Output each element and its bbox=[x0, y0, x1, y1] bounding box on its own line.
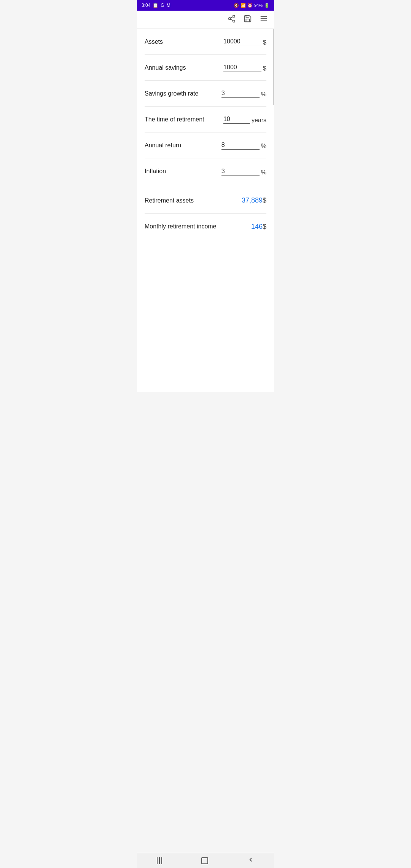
gmail-icon: M bbox=[167, 3, 170, 8]
retirement-assets-value-group: 37,889 $ bbox=[242, 196, 266, 204]
form-section: Assets $ Annual savings $ Savings growth… bbox=[137, 29, 274, 184]
svg-point-1 bbox=[229, 18, 231, 20]
google-icon: G bbox=[161, 3, 164, 8]
section-divider bbox=[137, 186, 274, 186]
assets-input[interactable] bbox=[223, 37, 261, 46]
annual-savings-input-group: $ bbox=[213, 63, 266, 72]
mute-icon: 🔇 bbox=[234, 3, 239, 8]
svg-point-2 bbox=[233, 20, 235, 22]
retirement-time-label: The time of retirement bbox=[145, 116, 213, 123]
monthly-income-value-group: 146 $ bbox=[251, 223, 266, 231]
retirement-time-input-group: years bbox=[213, 115, 266, 124]
monthly-income-label: Monthly retirement income bbox=[145, 223, 217, 230]
retirement-assets-number: 37,889 bbox=[242, 196, 263, 204]
annual-savings-input[interactable] bbox=[223, 63, 261, 72]
results-section: Retirement assets 37,889 $ Monthly retir… bbox=[137, 188, 274, 239]
assets-row: Assets $ bbox=[145, 29, 266, 55]
retirement-time-row: The time of retirement years bbox=[145, 107, 266, 132]
retirement-time-input[interactable] bbox=[223, 115, 250, 124]
annual-savings-label: Annual savings bbox=[145, 64, 213, 71]
wifi-icon: 📶 bbox=[241, 3, 246, 8]
inflation-input-group: % bbox=[213, 167, 266, 176]
scroll-indicator bbox=[273, 29, 274, 105]
annual-return-input-group: % bbox=[213, 141, 266, 150]
savings-growth-rate-label: Savings growth rate bbox=[145, 90, 213, 97]
savings-growth-rate-input-group: % bbox=[213, 89, 266, 98]
svg-line-3 bbox=[231, 19, 233, 21]
status-time: 3:04 bbox=[142, 3, 150, 8]
status-left: 3:04 📋 G M bbox=[142, 3, 170, 8]
annual-savings-row: Annual savings $ bbox=[145, 55, 266, 81]
annual-return-input[interactable] bbox=[221, 141, 260, 150]
toolbar bbox=[137, 11, 274, 29]
annual-savings-unit: $ bbox=[263, 65, 266, 72]
annual-return-label: Annual return bbox=[145, 142, 213, 149]
content-wrapper: Assets $ Annual savings $ Savings growth… bbox=[137, 29, 274, 392]
battery-level: 94% bbox=[254, 3, 263, 8]
menu-button[interactable] bbox=[260, 14, 268, 25]
monthly-income-number: 146 bbox=[251, 223, 263, 231]
status-bar: 3:04 📋 G M 🔇 📶 ⏰ 94% 🔋 bbox=[137, 0, 274, 11]
inflation-label: Inflation bbox=[145, 168, 213, 175]
retirement-assets-label: Retirement assets bbox=[145, 197, 194, 204]
savings-growth-rate-unit: % bbox=[261, 91, 266, 98]
retirement-assets-row: Retirement assets 37,889 $ bbox=[145, 188, 266, 214]
save-button[interactable] bbox=[244, 14, 252, 25]
retirement-assets-currency: $ bbox=[263, 196, 266, 204]
assets-unit: $ bbox=[263, 39, 266, 46]
svg-point-0 bbox=[233, 15, 235, 18]
monthly-income-row: Monthly retirement income 146 $ bbox=[145, 214, 266, 239]
svg-line-4 bbox=[231, 17, 233, 18]
battery-icon: 🔋 bbox=[264, 3, 269, 8]
inflation-unit: % bbox=[261, 169, 266, 176]
assets-label: Assets bbox=[145, 38, 213, 45]
assets-input-group: $ bbox=[213, 37, 266, 46]
annual-return-row: Annual return % bbox=[145, 132, 266, 158]
inflation-input[interactable] bbox=[221, 167, 260, 176]
retirement-time-unit: years bbox=[252, 117, 266, 124]
inflation-row: Inflation % bbox=[145, 158, 266, 184]
annual-return-unit: % bbox=[261, 143, 266, 150]
savings-growth-rate-row: Savings growth rate % bbox=[145, 81, 266, 107]
share-button[interactable] bbox=[228, 14, 236, 25]
monthly-income-currency: $ bbox=[263, 223, 266, 231]
savings-growth-rate-input[interactable] bbox=[221, 89, 260, 98]
calendar-icon: 📋 bbox=[153, 3, 158, 8]
alarm-icon: ⏰ bbox=[247, 3, 253, 8]
status-right: 🔇 📶 ⏰ 94% 🔋 bbox=[234, 3, 269, 8]
empty-area bbox=[137, 239, 274, 392]
